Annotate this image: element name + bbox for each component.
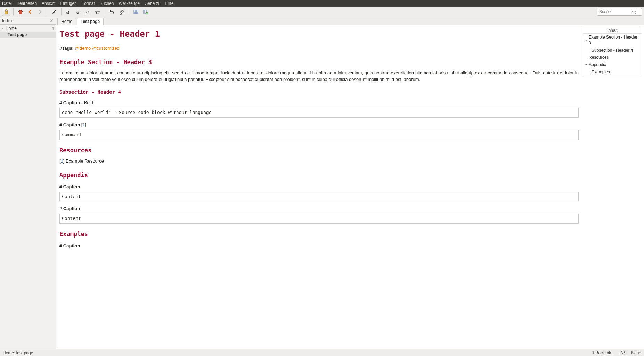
tab-testpage[interactable]: Test page xyxy=(77,18,104,25)
code-block: Content xyxy=(59,214,579,224)
caption: # Caption xyxy=(59,184,579,190)
statusbar: Home:Test page 1 Backlink... INS None xyxy=(0,349,644,356)
menu-gehezu[interactable]: Gehe zu xyxy=(145,1,160,6)
chevron-left-icon xyxy=(27,9,33,15)
tree-item-home[interactable]: ▾ Home 1 xyxy=(0,25,56,32)
paperclip-icon xyxy=(119,9,124,15)
chevron-right-icon xyxy=(37,9,43,15)
caption: # Caption - Bold xyxy=(59,100,579,106)
caption: # Caption xyxy=(59,206,579,212)
menu-einfuegen[interactable]: Einfügen xyxy=(60,1,76,6)
toolbar-separator xyxy=(13,8,14,15)
status-right: None xyxy=(631,350,641,355)
expander-icon[interactable]: ▾ xyxy=(585,63,589,67)
toolbar-separator xyxy=(105,8,105,15)
svg-text:a: a xyxy=(76,9,79,15)
menu-datei[interactable]: Datei xyxy=(2,1,12,6)
svg-text:a: a xyxy=(66,9,69,15)
table-icon xyxy=(133,9,139,15)
caption: # Caption [1] xyxy=(59,122,579,129)
toc-item[interactable]: ▾ Appendix xyxy=(583,61,642,68)
heading-appendix: Appendix xyxy=(59,171,579,180)
toc-item[interactable]: Resources xyxy=(583,54,642,61)
index-sidebar: Index ✕ ▾ Home 1 Test page xyxy=(0,17,56,349)
menu-bearbeiten[interactable]: Bearbeiten xyxy=(17,1,37,6)
tree-item-label: Home xyxy=(6,26,52,31)
expander-icon[interactable]: ▾ xyxy=(1,27,6,30)
status-backlinks[interactable]: 1 Backlink... xyxy=(592,350,615,355)
sidebar-close-button[interactable]: ✕ xyxy=(49,18,54,24)
search-box[interactable] xyxy=(597,8,642,16)
status-path: Home:Test page xyxy=(3,350,33,355)
insert-table-plus-button[interactable] xyxy=(141,8,150,16)
caption-rest: - Bold xyxy=(80,100,93,105)
code-block: command xyxy=(59,130,579,140)
resource-line: [1] Example Resource xyxy=(59,158,579,165)
menu-werkzeuge[interactable]: Werkzeuge xyxy=(119,1,140,6)
heading-examples: Examples xyxy=(59,230,579,239)
lock-icon xyxy=(3,9,9,15)
bold-button[interactable]: a xyxy=(64,8,73,16)
menu-ansicht[interactable]: Ansicht xyxy=(42,1,55,6)
underline-icon: a xyxy=(85,9,91,15)
search-input[interactable] xyxy=(597,9,632,14)
toggle-readonly-button[interactable] xyxy=(2,8,10,16)
code-block: echo "Hello World" - Source code block w… xyxy=(59,108,579,118)
insert-table-button[interactable] xyxy=(132,8,140,16)
toc-item-label: Appendix xyxy=(589,62,640,68)
home-button[interactable] xyxy=(16,8,25,16)
tag[interactable]: @customized xyxy=(92,45,120,51)
search-icon[interactable] xyxy=(632,9,639,14)
tags-label: #Tags: xyxy=(59,45,75,51)
expander-icon[interactable]: ▾ xyxy=(585,38,589,43)
footnote-anchor[interactable]: 1 xyxy=(61,158,63,164)
heading-subsection: Subsection - Header 4 xyxy=(59,89,579,96)
resource-text: ] Example Resource xyxy=(63,158,104,164)
home-icon xyxy=(18,9,23,15)
heading-example-section: Example Section - Header 3 xyxy=(59,58,579,67)
svg-line-17 xyxy=(635,13,636,14)
tree-item-testpage[interactable]: Test page xyxy=(0,32,56,38)
caption-bold: # Caption xyxy=(59,122,80,127)
pencil-icon xyxy=(51,9,57,15)
toc-item[interactable]: Subsection - Header 4 xyxy=(583,47,642,54)
tab-home[interactable]: Home xyxy=(57,18,76,25)
tag[interactable]: @demo xyxy=(75,45,91,51)
status-mode: INS xyxy=(619,350,626,355)
toc-title: Inhalt xyxy=(583,27,642,34)
bracket: ] xyxy=(85,122,87,127)
caption-bold: # Caption xyxy=(59,206,80,211)
menu-format[interactable]: Format xyxy=(82,1,95,6)
strike-icon: a xyxy=(95,9,100,15)
caption: # Caption xyxy=(59,243,579,249)
forward-button[interactable] xyxy=(36,8,44,16)
toolbar: a a a a xyxy=(0,7,644,17)
sidebar-header: Index ✕ xyxy=(0,17,56,25)
body-text: Lorem ipsum dolor sit amet, consectetur … xyxy=(59,70,579,83)
toc-item[interactable]: ▾ Example Section - Header 3 xyxy=(583,34,642,47)
strike-button[interactable]: a xyxy=(93,8,102,16)
toolbar-separator xyxy=(61,8,62,15)
menu-suchen[interactable]: Suchen xyxy=(100,1,114,6)
toc-item[interactable]: Examples xyxy=(583,68,642,76)
back-button[interactable] xyxy=(26,8,34,16)
insert-link-button[interactable] xyxy=(108,8,116,16)
page-title: Test page - Header 1 xyxy=(59,28,579,40)
toc-item-label: Resources xyxy=(589,55,640,60)
attach-button[interactable] xyxy=(117,8,126,16)
menu-hilfe[interactable]: Hilfe xyxy=(165,1,173,6)
toolbar-separator xyxy=(129,8,129,15)
toc-panel: Inhalt ▾ Example Section - Header 3 Subs… xyxy=(583,27,642,76)
edit-button[interactable] xyxy=(50,8,58,16)
italic-button[interactable]: a xyxy=(74,8,82,16)
code-block: Content xyxy=(59,192,579,202)
table-plus-icon xyxy=(143,9,148,15)
content-area: Home Test page Test page - Header 1 #Tag… xyxy=(56,17,644,349)
footnote-link[interactable]: 1 xyxy=(82,122,85,127)
underline-button[interactable]: a xyxy=(84,8,92,16)
bold-icon: a xyxy=(66,9,71,15)
svg-text:a: a xyxy=(86,9,89,14)
tab-bar: Home Test page xyxy=(56,17,644,25)
caption-bold: # Caption xyxy=(59,243,80,248)
editor[interactable]: Test page - Header 1 #Tags: @demo @custo… xyxy=(56,25,582,349)
